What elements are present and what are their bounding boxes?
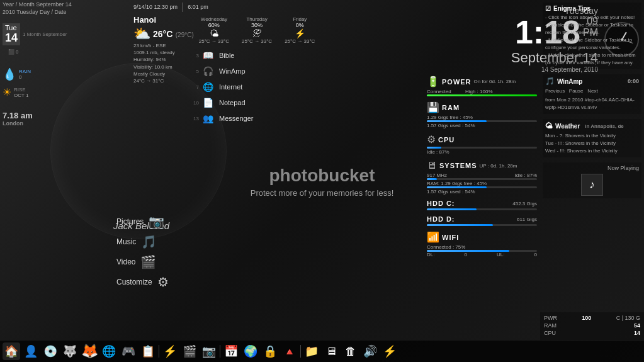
- sun-rise-date: OCT 1: [14, 93, 28, 98]
- wifi-dl-val: 0: [465, 252, 467, 257]
- music-icon: 🎵: [141, 234, 157, 249]
- systems-icon: 🖥: [427, 160, 437, 171]
- wifi-connected: Connected : 75%: [427, 244, 537, 250]
- cpu-bar-fill: [427, 147, 441, 149]
- ram-val2: 1.57 Gigs used : 54%: [427, 123, 537, 128]
- taskbar-home[interactable]: 🏠: [3, 342, 20, 360]
- hdd-c-label: HDD C:: [427, 200, 455, 207]
- winamp-next[interactable]: Next: [587, 88, 597, 94]
- weather-location: Hanoi: [133, 15, 194, 25]
- cpu-bar-bg: [427, 147, 537, 149]
- wifi-ul-label: UL:: [497, 252, 504, 257]
- rain-label: RAIN: [19, 69, 31, 74]
- weather-pressure: 1009.1 mb, steady: [133, 49, 194, 56]
- power-label: POWER: [442, 78, 472, 86]
- power-bar-fill: [427, 94, 537, 96]
- cal-line1: Year / Month September 14: [3, 1, 72, 9]
- winamp-icon: 🎵: [545, 77, 555, 86]
- enigma-tips-section: ☑ Enigma Tips - Click the icon above to …: [543, 3, 641, 69]
- taskbar-sep1: [159, 345, 159, 358]
- menu-bible[interactable]: 3 📖 Bible: [189, 50, 258, 60]
- systems-stat: 🖥 SYSTEMS UP : 0d. 1h. 28m 917 MHz Idle …: [427, 160, 537, 195]
- taskbar-calendar[interactable]: 📅: [222, 342, 240, 360]
- hdd-d-val: 611 Gigs: [517, 217, 537, 222]
- pwr-val: 100: [582, 315, 591, 321]
- taskbar-disc[interactable]: 💿: [42, 342, 59, 360]
- taskbar-extra2[interactable]: ⚡: [381, 342, 398, 360]
- wifi-label: WIFI: [442, 234, 459, 241]
- menu-notepad[interactable]: 10 📄 Notepad: [189, 98, 258, 108]
- hdd-c-val: 452.3 Gigs: [512, 201, 537, 206]
- menu-customize[interactable]: Customize ⚙: [116, 274, 169, 290]
- ram-icon: 💾: [427, 101, 439, 113]
- power-bar-bg: [427, 94, 537, 96]
- taskbar-firefox[interactable]: 🦊: [81, 342, 98, 360]
- ci-label: C | 130 G: [616, 315, 640, 321]
- taskbar-extra1[interactable]: 🔊: [361, 342, 379, 360]
- taskbar-thunder[interactable]: ⚡: [161, 342, 179, 360]
- rain-widget: 💧 RAIN 0: [3, 67, 72, 81]
- taskbar-clip[interactable]: 📋: [139, 342, 157, 360]
- pwr-row: PWR 100 C | 130 G: [544, 315, 640, 321]
- ram-stat-label: RAM: [544, 322, 556, 329]
- time-city: 7.18 am London: [3, 111, 72, 127]
- messenger-icon: 👥: [203, 113, 215, 123]
- enigma-tips-label: Enigma Tips: [553, 5, 590, 12]
- winamp-menu-icon: 🎧: [203, 66, 215, 76]
- weather-forecast: Wednesday 60% 🌤 25°C → 33°C Thursday 30%…: [199, 16, 315, 44]
- taskbar-monitor[interactable]: 🖥: [322, 342, 340, 360]
- weather-feels: (29°C): [176, 31, 194, 38]
- ram-stat-val: 54: [634, 322, 640, 329]
- hdd-d-bar-bg: [427, 224, 537, 226]
- taskbar: 🏠 👤 💿 🐺 🦊 🌐 🎮 📋 ⚡ 🎬 📷 📅 🌍 🔒 🔺 📁 🖥 🗑 🔊 ⚡: [0, 341, 644, 362]
- customize-icon: ⚙: [157, 274, 169, 290]
- taskbar-user[interactable]: 👤: [22, 342, 40, 360]
- cal-header: Year / Month September 14 2010 Tuesday D…: [3, 1, 72, 16]
- winamp-time: 0:00: [628, 78, 639, 84]
- wifi-dl-ul: DL: 0 UL: 0: [427, 252, 537, 257]
- system-stats: 🔋 POWER On for 0d. 1h. 28m Connected Hig…: [427, 76, 537, 263]
- now-playing-title: Now Playing: [545, 165, 639, 171]
- taskbar-photo[interactable]: 📷: [200, 342, 218, 360]
- taskbar-trash[interactable]: 🗑: [342, 342, 359, 360]
- rain-val: 0: [19, 74, 31, 80]
- ram-label: RAM: [442, 104, 460, 111]
- hdd-d-bar-fill: [427, 224, 493, 226]
- menu-music[interactable]: Music 🎵: [116, 234, 169, 249]
- enigma-tips-title: ☑ Enigma Tips: [545, 5, 639, 12]
- menu-internet[interactable]: 7 🌐 Internet: [189, 82, 258, 92]
- taskbar-globe[interactable]: 🌍: [242, 342, 259, 360]
- taskbar-wolf[interactable]: 🐺: [61, 342, 79, 360]
- winamp-prev[interactable]: Previous: [545, 88, 565, 94]
- menu-pictures[interactable]: Pictures 📷: [116, 214, 169, 229]
- wifi-stat: 📶 WIFI Connected : 75% DL: 0 UL: 0: [427, 231, 537, 257]
- taskbar-browser[interactable]: 🌐: [100, 342, 118, 360]
- cpu-idle: Idle : 87%: [427, 149, 537, 155]
- weather-sidebar-icon: 🌤: [545, 122, 553, 130]
- taskbar-lock[interactable]: 🔒: [261, 342, 279, 360]
- taskbar-vlc[interactable]: 🔺: [281, 342, 298, 360]
- forecast-wed: Wednesday 60% 🌤 25°C → 33°C: [199, 16, 229, 44]
- menu-messenger[interactable]: 13 👥 Messenger: [189, 113, 258, 123]
- weather-humidity: Humidity: 94%: [133, 56, 194, 63]
- internet-icon: 🌐: [203, 82, 215, 92]
- weather-sidebar-content: Mon - ?: Showers in the Vicinity Tue - !…: [545, 132, 639, 155]
- city-name: London: [3, 120, 72, 127]
- taskbar-game[interactable]: 🎮: [120, 342, 137, 360]
- weather-condition: Mostly Cloudy: [133, 71, 194, 77]
- taskbar-video[interactable]: 🎬: [181, 342, 198, 360]
- winamp-title: 🎵 WinAmp 0:00: [545, 77, 639, 86]
- wifi-dl-label: DL:: [427, 252, 434, 257]
- taskbar-folder[interactable]: 📁: [303, 342, 320, 360]
- cpu-stat-val: 14: [634, 330, 640, 336]
- month-label: 1 Month September: [23, 31, 67, 37]
- hdd-d-stat: HDD D: 611 Gigs: [427, 215, 537, 226]
- systems-cpu: 917 MHz Idle : 87%: [427, 173, 537, 178]
- winamp-pause[interactable]: Pause: [569, 88, 584, 94]
- forecast-fri: Friday 0% ⚡ 25°C → 33°C: [285, 16, 315, 44]
- menu-winamp[interactable]: 5 🎧 WinAmp: [189, 66, 258, 76]
- systems-ram: RAM: 1.29 Gigs free : 45%: [427, 181, 537, 186]
- weather-details: 23 km/h - ESE 1009.1 mb, steady Humidity…: [133, 42, 194, 84]
- taskbar-sep2: [220, 345, 220, 358]
- menu-video[interactable]: Video 🎬: [116, 254, 169, 269]
